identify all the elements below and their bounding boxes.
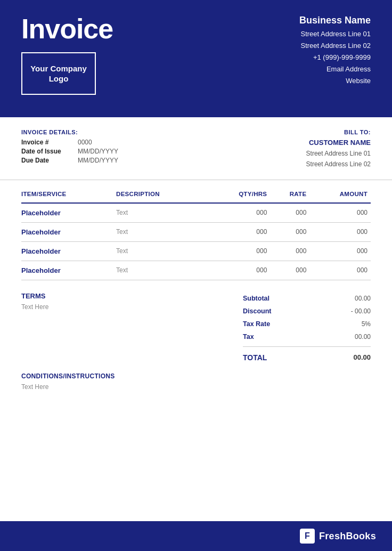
conditions-label: CONDITIONS/INSTRUCTIONS <box>21 372 371 380</box>
col-desc: DESCRIPTION <box>116 185 208 203</box>
subtotal-label: Subtotal <box>243 295 270 302</box>
tax-value: 00.00 <box>355 333 371 341</box>
row1-rate: 000 <box>270 203 309 223</box>
discount-row: Discount - 00.00 <box>243 305 371 318</box>
subtotal-value: 00.00 <box>355 295 371 302</box>
conditions-section: CONDITIONS/INSTRUCTIONS Text Here <box>0 372 392 407</box>
date-issue-value: MM/DD/YYYY <box>78 148 118 155</box>
row2-amount: 000 <box>309 222 371 241</box>
table-row: Placeholder Text 000 000 000 <box>21 222 371 241</box>
totals-section: Subtotal 00.00 Discount - 00.00 Tax Rate… <box>243 292 371 362</box>
row4-desc: Text <box>116 261 208 280</box>
header: Invoice Your Company Logo Business Name … <box>0 0 392 117</box>
business-website: Website <box>299 75 371 87</box>
bill-address1: Street Address Line 01 <box>306 148 371 159</box>
footer: F FreshBooks <box>0 521 392 551</box>
terms-section: TERMS Text Here <box>21 292 243 311</box>
row2-rate: 000 <box>270 222 309 241</box>
row4-qty: 000 <box>208 261 270 280</box>
taxrate-label: Tax Rate <box>243 320 270 328</box>
logo-box: Your Company Logo <box>21 52 96 95</box>
terms-label: TERMS <box>21 292 243 300</box>
col-rate: RATE <box>270 185 309 203</box>
totals-divider <box>243 346 371 347</box>
total-label: TOTAL <box>243 353 267 362</box>
total-row: TOTAL 00.00 <box>243 350 371 362</box>
row1-amount: 000 <box>309 203 371 223</box>
invoice-number-label: Invoice # <box>21 139 69 146</box>
invoice-details: INVOICE DETAILS: Invoice # 0000 Date of … <box>21 129 118 170</box>
discount-label: Discount <box>243 307 271 315</box>
business-email: Email Address <box>299 63 371 75</box>
tax-row: Tax 00.00 <box>243 330 371 343</box>
business-name: Business Name <box>299 15 371 26</box>
row2-desc: Text <box>116 222 208 241</box>
date-issue-row: Date of Issue MM/DD/YYYY <box>21 148 118 155</box>
freshbooks-text: FreshBooks <box>319 531 376 542</box>
bill-to: BILL TO: CUSTOMER NAME Street Address Li… <box>306 129 371 170</box>
header-right: Business Name Street Address Line 01 Str… <box>299 15 371 87</box>
business-address2: Street Address Line 02 <box>299 40 371 52</box>
due-date-value: MM/DD/YYYY <box>78 157 118 164</box>
row3-item: Placeholder <box>21 241 116 261</box>
row4-rate: 000 <box>270 261 309 280</box>
customer-name: CUSTOMER NAME <box>306 139 371 147</box>
due-date-row: Due Date MM/DD/YYYY <box>21 157 118 164</box>
col-qty: QTY/HRS <box>208 185 270 203</box>
row4-amount: 000 <box>309 261 371 280</box>
table-header-row: ITEM/SERVICE DESCRIPTION QTY/HRS RATE AM… <box>21 185 371 203</box>
table-row: Placeholder Text 000 000 000 <box>21 203 371 223</box>
invoice-title: Invoice <box>21 15 113 43</box>
logo-text: Your Company Logo <box>22 63 95 84</box>
col-amount: AMOUNT <box>309 185 371 203</box>
row4-item: Placeholder <box>21 261 116 280</box>
bill-to-label: BILL TO: <box>306 129 371 135</box>
row1-item: Placeholder <box>21 203 116 223</box>
taxrate-value: 5% <box>362 320 371 328</box>
freshbooks-logo: F FreshBooks <box>300 529 376 544</box>
discount-value: - 00.00 <box>351 307 371 315</box>
invoice-details-label: INVOICE DETAILS: <box>21 129 118 135</box>
items-table: ITEM/SERVICE DESCRIPTION QTY/HRS RATE AM… <box>21 185 371 280</box>
table-row: Placeholder Text 000 000 000 <box>21 261 371 280</box>
header-left: Invoice Your Company Logo <box>21 15 113 95</box>
conditions-text: Text Here <box>21 383 371 391</box>
freshbooks-icon: F <box>300 529 315 544</box>
due-date-label: Due Date <box>21 157 69 164</box>
row2-qty: 000 <box>208 222 270 241</box>
row2-item: Placeholder <box>21 222 116 241</box>
business-address1: Street Address Line 01 <box>299 28 371 40</box>
subtotal-row: Subtotal 00.00 <box>243 292 371 305</box>
row3-qty: 000 <box>208 241 270 261</box>
table-section: ITEM/SERVICE DESCRIPTION QTY/HRS RATE AM… <box>0 180 392 280</box>
total-value: 00.00 <box>353 353 371 362</box>
row3-desc: Text <box>116 241 208 261</box>
bottom-section: TERMS Text Here Subtotal 00.00 Discount … <box>0 280 392 372</box>
tax-label: Tax <box>243 333 254 341</box>
terms-text: Text Here <box>21 303 243 311</box>
row1-desc: Text <box>116 203 208 223</box>
row1-qty: 000 <box>208 203 270 223</box>
business-phone: +1 (999)-999-9999 <box>299 52 371 63</box>
row3-rate: 000 <box>270 241 309 261</box>
invoice-number-value: 0000 <box>78 139 92 146</box>
row3-amount: 000 <box>309 241 371 261</box>
bill-address2: Street Address Line 02 <box>306 159 371 169</box>
invoice-number-row: Invoice # 0000 <box>21 139 118 146</box>
date-issue-label: Date of Issue <box>21 148 69 155</box>
col-item: ITEM/SERVICE <box>21 185 116 203</box>
taxrate-row: Tax Rate 5% <box>243 318 371 330</box>
table-row: Placeholder Text 000 000 000 <box>21 241 371 261</box>
info-section: INVOICE DETAILS: Invoice # 0000 Date of … <box>0 117 392 180</box>
